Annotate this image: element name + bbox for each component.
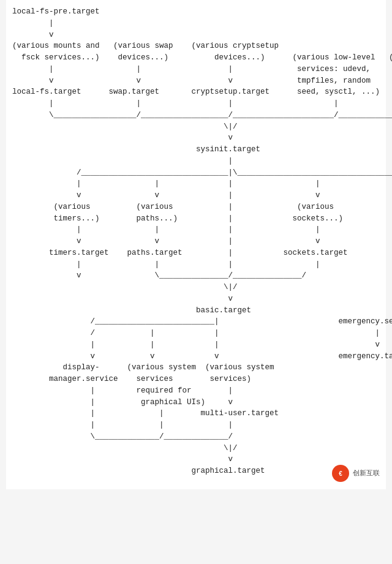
diagram-content: local-fs-pre.target | v (various mounts … [12, 6, 380, 477]
watermark: € 创新互联 [332, 465, 380, 482]
watermark-logo: € [332, 465, 349, 482]
page-container: local-fs-pre.target | v (various mounts … [6, 0, 386, 489]
watermark-text: 创新互联 [353, 468, 380, 478]
logo-icon: € [334, 467, 347, 479]
svg-text:€: € [339, 470, 342, 477]
